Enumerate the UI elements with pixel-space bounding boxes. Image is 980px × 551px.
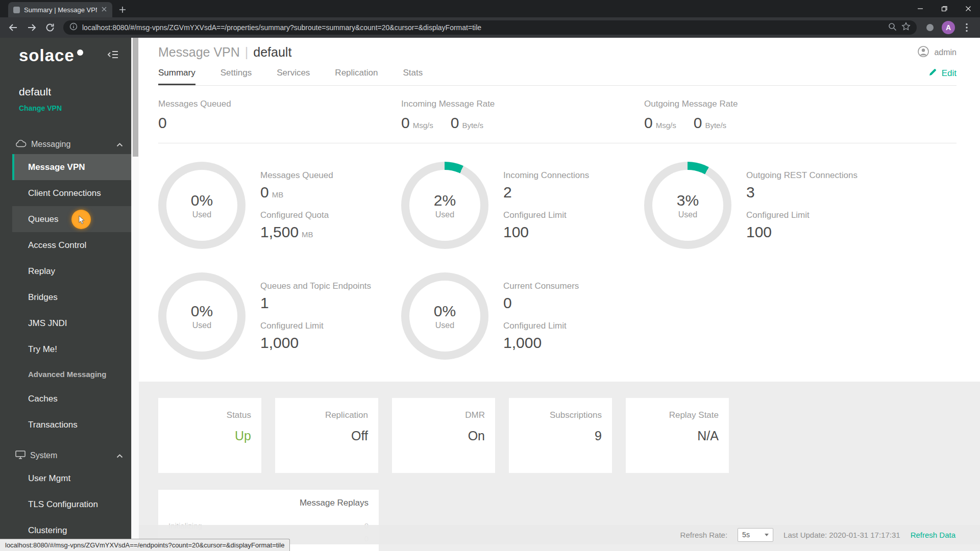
sidebar-item-advanced-messaging[interactable]: Advanced Messaging [12, 362, 131, 386]
avatar: A [942, 21, 955, 34]
gauge-queues-topic-endpoints: 0%Used Queues and Topic Endpoints 1 Conf… [158, 272, 401, 360]
stat-messages-queued: Messages Queued 0 [158, 99, 401, 132]
tab-replication[interactable]: Replication [335, 68, 378, 85]
system-nav: User Mgmt TLS Configuration Clustering [0, 465, 131, 543]
link-preview-status-bar: localhost:8080/#/msg-vpns/ZGVmYXVsdA==/e… [0, 539, 290, 551]
card-subscriptions: Subscriptions 9 [509, 398, 612, 473]
tab-settings[interactable]: Settings [220, 68, 252, 85]
tabs-row: Summary Settings Services Replication St… [158, 68, 957, 86]
cloud-icon [15, 140, 27, 149]
donut-chart: 0%Used [158, 272, 246, 360]
chevron-up-icon [116, 451, 123, 460]
sidebar-section-messaging[interactable]: Messaging [0, 138, 131, 151]
card-replication: Replication Off [275, 398, 378, 473]
refresh-data-link[interactable]: Refresh Data [911, 531, 955, 539]
sidebar-item-user-mgmt[interactable]: User Mgmt [12, 465, 131, 491]
sidebar-item-try-me[interactable]: Try Me! [12, 336, 131, 362]
pencil-icon [928, 68, 937, 79]
window-minimize-button[interactable] [908, 0, 932, 17]
card-dmr: DMR On [392, 398, 495, 473]
solace-logo: solace [19, 46, 83, 65]
extension-icon[interactable] [922, 19, 938, 36]
gauge-messages-queued: 0%Used Messages Queued 0MB Configured Qu… [158, 162, 401, 249]
user-icon [917, 45, 929, 60]
change-vpn-link[interactable]: Change VPN [19, 104, 131, 112]
sidebar-collapse-icon[interactable] [106, 48, 121, 63]
donut-chart: 0%Used [401, 272, 488, 360]
refresh-rate-label: Refresh Rate: [680, 531, 728, 539]
sidebar-item-tls-configuration[interactable]: TLS Configuration [12, 491, 131, 517]
scrollbar-track[interactable] [131, 38, 139, 551]
section-label: System [30, 451, 112, 460]
tab-services[interactable]: Services [277, 68, 310, 85]
sidebar-item-message-vpn[interactable]: Message VPN [12, 154, 131, 180]
sidebar-item-bridges[interactable]: Bridges [12, 284, 131, 310]
sidebar-item-access-control[interactable]: Access Control [12, 232, 131, 258]
sidebar-section-system[interactable]: System [0, 449, 131, 462]
gauge-outgoing-rest-connections: 3%Used Outgoing REST Connections 3 Confi… [644, 162, 887, 249]
monitor-icon [15, 450, 26, 461]
tab-title: Summary | Message VPN [24, 6, 97, 14]
screen: Summary | Message VPN [0, 0, 980, 551]
vpn-block: default Change VPN [19, 86, 131, 112]
forward-button[interactable] [23, 19, 40, 36]
window-close-button[interactable] [956, 0, 980, 17]
summary-cards: Status Up Replication Off DMR On Subscri… [158, 398, 957, 473]
last-update-text: Last Update: 2020-01-31 17:17:31 [783, 531, 900, 539]
gauges-section: 0%Used Messages Queued 0MB Configured Qu… [139, 143, 980, 382]
donut-chart: 2%Used [401, 162, 488, 249]
edit-button[interactable]: Edit [928, 68, 957, 85]
stats-divider [139, 132, 980, 143]
sidebar-item-queues[interactable]: Queues [12, 206, 131, 232]
new-tab-button[interactable] [115, 3, 130, 17]
tab-close-icon[interactable] [101, 5, 107, 14]
user-name: admin [934, 48, 957, 57]
browser-menu-icon[interactable] [959, 19, 975, 36]
user-menu[interactable]: admin [917, 45, 957, 60]
sidebar-item-jms-jndi[interactable]: JMS JNDI [12, 310, 131, 336]
profile-avatar[interactable]: A [940, 19, 957, 36]
page-title: Message VPN|default [158, 45, 291, 60]
stat-outgoing-message-rate: Outgoing Message Rate 0Msg/s 0Byte/s [644, 99, 887, 132]
zoom-icon[interactable] [888, 22, 897, 33]
gauge-current-consumers: 0%Used Current Consumers 0 Configured Li… [401, 272, 644, 360]
main-content: Message VPN|default admin Summary Settin… [139, 38, 980, 551]
logo-dot [77, 49, 83, 56]
stats-section: Messages Queued 0 Incoming Message Rate … [139, 86, 980, 132]
messaging-nav: Message VPN Client Connections Queues Ac… [0, 154, 131, 438]
tab-favicon-icon [13, 7, 20, 13]
card-status: Status Up [158, 398, 261, 473]
sidebar: solace default Change VPN Messaging [0, 38, 131, 551]
sidebar-item-replay[interactable]: Replay [12, 258, 131, 284]
window-controls [908, 0, 980, 17]
back-button[interactable] [5, 19, 21, 36]
stat-incoming-message-rate: Incoming Message Rate 0Msg/s 0Byte/s [401, 99, 644, 132]
url-text: localhost:8080/#/msg-vpns/ZGVmYXVsdA==/p… [82, 23, 884, 32]
refresh-rate-select[interactable]: 5s [738, 528, 773, 542]
sidebar-item-caches[interactable]: Caches [12, 386, 131, 412]
gauge-incoming-connections: 2%Used Incoming Connections 2 Configured… [401, 162, 644, 249]
donut-chart: 0%Used [158, 162, 246, 249]
bookmark-star-icon[interactable] [901, 22, 911, 33]
browser-toolbar: localhost:8080/#/msg-vpns/ZGVmYXVsdA==/p… [0, 17, 980, 38]
site-info-icon[interactable] [69, 22, 78, 33]
reload-button[interactable] [42, 19, 58, 36]
browser-tab-strip: Summary | Message VPN [0, 0, 980, 17]
chevron-up-icon [116, 140, 123, 149]
scrollbar-thumb[interactable] [133, 38, 138, 157]
section-label: Messaging [31, 140, 112, 149]
card-replay-state: Replay State N/A [626, 398, 729, 473]
browser-tab[interactable]: Summary | Message VPN [8, 2, 112, 17]
window-maximize-button[interactable] [932, 0, 956, 17]
tab-stats[interactable]: Stats [403, 68, 423, 85]
chevron-down-icon [765, 534, 769, 536]
sidebar-item-client-connections[interactable]: Client Connections [12, 180, 131, 206]
current-vpn-name: default [19, 86, 131, 98]
tab-summary[interactable]: Summary [158, 68, 195, 85]
address-bar[interactable]: localhost:8080/#/msg-vpns/ZGVmYXVsdA==/p… [63, 20, 917, 35]
sidebar-item-transactions[interactable]: Transactions [12, 412, 131, 438]
donut-chart: 3%Used [644, 162, 731, 249]
app-shell: solace default Change VPN Messaging [0, 38, 980, 551]
page-header: Message VPN|default admin Summary Settin… [139, 38, 980, 86]
click-indicator [71, 210, 91, 229]
